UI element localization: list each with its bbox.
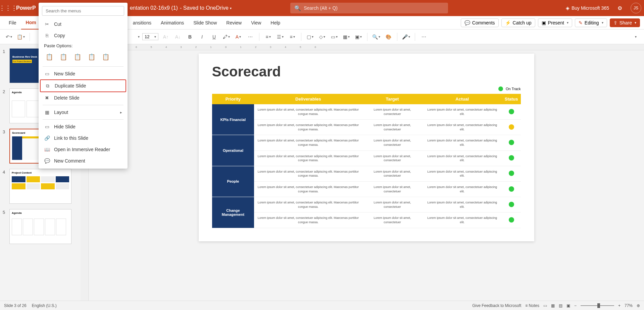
- tab-help[interactable]: Help: [266, 16, 285, 29]
- zoom-level[interactable]: 77%: [625, 303, 633, 308]
- menu-immersive-reader[interactable]: 📖Open in Immersive Reader: [40, 144, 126, 155]
- tab-review[interactable]: Review: [221, 16, 246, 29]
- table-row[interactable]: PeopleLorem ipsum dolor sit amet, consec…: [212, 166, 521, 181]
- decrease-font-button[interactable]: A↓: [173, 32, 183, 42]
- dictate-button[interactable]: 🎤▾: [401, 32, 411, 42]
- cell-status: [502, 212, 521, 228]
- zoom-out-button[interactable]: −: [574, 303, 577, 308]
- align-button[interactable]: ≡▾: [288, 32, 297, 42]
- table-row[interactable]: Lorem ipsum dolor sit amet, consectetuer…: [212, 150, 521, 166]
- paste-option-keep-source[interactable]: 📋: [58, 52, 69, 62]
- menu-cut[interactable]: ✂Cut: [40, 18, 126, 30]
- table-row[interactable]: OperationalLorem ipsum dolor sit amet, c…: [212, 135, 521, 150]
- tab-transitions[interactable]: ansitions: [128, 16, 156, 29]
- collapse-ribbon-button[interactable]: ▾: [631, 32, 640, 42]
- chevron-down-icon[interactable]: ▾: [635, 21, 636, 24]
- increase-font-button[interactable]: A↑: [161, 32, 170, 42]
- arrange-button[interactable]: ▦▾: [342, 32, 351, 42]
- language-status[interactable]: English (U.S.): [32, 303, 57, 308]
- shape-fill-button[interactable]: ▢▾: [305, 32, 315, 42]
- italic-button[interactable]: I: [197, 32, 207, 42]
- feedback-link[interactable]: Give Feedback to Microsoft: [472, 303, 521, 308]
- paste-option-picture[interactable]: 📋: [72, 52, 83, 62]
- table-row[interactable]: Lorem ipsum dolor sit amet, consectetuer…: [212, 181, 521, 197]
- editing-button[interactable]: ✎Editing▾: [575, 18, 607, 27]
- zoom-in-button[interactable]: +: [618, 303, 621, 308]
- designer-button[interactable]: 🎨: [384, 32, 393, 42]
- undo-button[interactable]: ↶▾: [4, 32, 13, 42]
- buy-microsoft-link[interactable]: ◈ Buy Microsoft 365: [566, 5, 609, 11]
- menu-link-to-slide[interactable]: 🔗Link to this Slide: [40, 132, 126, 144]
- search-box[interactable]: 🔍: [290, 3, 448, 13]
- sorter-view-icon[interactable]: ▦: [551, 303, 555, 308]
- present-button[interactable]: ▣Present▾: [538, 18, 572, 27]
- slide-thumbnail-5[interactable]: 5 Agenda: [3, 209, 78, 244]
- share-button[interactable]: ⇪Share▾: [610, 18, 640, 27]
- menu-delete-slide[interactable]: ✖Delete Slide: [40, 92, 126, 104]
- bold-button[interactable]: B: [185, 32, 195, 42]
- font-color-button[interactable]: A▾: [234, 32, 243, 42]
- settings-icon[interactable]: ⚙: [614, 3, 625, 13]
- menu-search-input[interactable]: [42, 6, 124, 16]
- chevron-down-icon[interactable]: ▾: [602, 21, 603, 24]
- save-status[interactable]: - Saved to OneDrive: [180, 5, 229, 11]
- paste-option-text[interactable]: 📋: [100, 52, 111, 62]
- chevron-down-icon[interactable]: ▾: [567, 21, 568, 24]
- tab-home[interactable]: Hom: [21, 16, 41, 29]
- search-input[interactable]: [304, 5, 444, 11]
- menu-copy[interactable]: ⎘Copy: [40, 30, 126, 41]
- find-button[interactable]: 🔍▾: [371, 32, 381, 42]
- cell-target: Lorem ipsum dolor sit amet, consectetuer: [362, 197, 422, 212]
- slideshow-view-icon[interactable]: ▣: [566, 303, 570, 308]
- catchup-button[interactable]: ⚡Catch up: [501, 18, 535, 27]
- reading-view-icon[interactable]: ▤: [559, 303, 562, 308]
- app-launcher-icon[interactable]: ⋮⋮⋮: [3, 3, 13, 13]
- notes-button[interactable]: ≡ Notes: [525, 303, 539, 308]
- tab-slideshow[interactable]: Slide Show: [189, 16, 221, 29]
- chevron-right-icon: ▸: [120, 110, 122, 115]
- table-row[interactable]: KPIs FinancialLorem ipsum dolor sit amet…: [212, 104, 521, 120]
- slide-title[interactable]: Scorecard: [212, 64, 521, 80]
- tab-file[interactable]: File: [4, 16, 21, 29]
- zoom-slider[interactable]: [581, 305, 614, 306]
- more-options-button[interactable]: ⋯: [419, 32, 429, 42]
- zoom-handle[interactable]: [597, 303, 600, 308]
- menu-search[interactable]: [42, 6, 124, 16]
- table-row[interactable]: Lorem ipsum dolor sit amet, consectetuer…: [212, 120, 521, 135]
- shape-effects-button[interactable]: ▭▾: [330, 32, 339, 42]
- chevron-down-icon[interactable]: ▾: [138, 35, 140, 39]
- menu-new-slide[interactable]: ▭New Slide: [40, 68, 126, 79]
- tab-animations[interactable]: Animations: [156, 16, 189, 29]
- underline-button[interactable]: U: [209, 32, 219, 42]
- user-avatar[interactable]: JS: [631, 3, 641, 13]
- menu-new-comment[interactable]: 💬New Comment: [40, 155, 126, 167]
- comments-button[interactable]: 💬Comments: [461, 18, 499, 27]
- paste-option-theme[interactable]: 📋: [44, 52, 55, 62]
- highlight-button[interactable]: 🖍▾: [221, 32, 231, 42]
- chevron-down-icon[interactable]: ▾: [230, 6, 232, 10]
- slide-canvas[interactable]: Scorecard On Track Priority Deliverables…: [199, 54, 534, 241]
- numbering-button[interactable]: ☰▾: [276, 32, 285, 42]
- search-icon: 🔍: [294, 5, 301, 11]
- slide-counter[interactable]: Slide 3 of 26: [4, 303, 27, 308]
- fit-to-window-button[interactable]: ⊕: [637, 303, 640, 308]
- paste-option-image[interactable]: 📋: [86, 52, 97, 62]
- paste-button[interactable]: 📋▾: [16, 32, 26, 42]
- document-title[interactable]: entation 02-16x9 (1): [130, 5, 178, 11]
- scorecard-table[interactable]: Priority Deliverables Target Actual Stat…: [212, 94, 521, 228]
- tab-view[interactable]: View: [246, 16, 266, 29]
- table-row[interactable]: Lorem ipsum dolor sit amet, consectetuer…: [212, 212, 521, 228]
- bullets-button[interactable]: ≡▾: [263, 32, 273, 42]
- buy-label: Buy Microsoft 365: [572, 5, 609, 11]
- menu-hide-slide[interactable]: ▭Hide Slide: [40, 121, 126, 132]
- menu-layout[interactable]: ▦Layout▸: [40, 107, 126, 118]
- table-row[interactable]: Change ManagementLorem ipsum dolor sit a…: [212, 197, 521, 212]
- status-dot-icon: [509, 109, 514, 114]
- slide-thumbnail-4[interactable]: 4 Project Context: [3, 169, 78, 204]
- menu-duplicate-slide[interactable]: ⧉Duplicate Slide: [40, 79, 126, 92]
- normal-view-icon[interactable]: ▭: [543, 303, 547, 308]
- font-size-input[interactable]: 12▾: [142, 33, 158, 40]
- more-font-button[interactable]: ⋯: [246, 32, 255, 42]
- shape-outline-button[interactable]: ◇▾: [317, 32, 327, 42]
- group-button[interactable]: ▣▾: [354, 32, 363, 42]
